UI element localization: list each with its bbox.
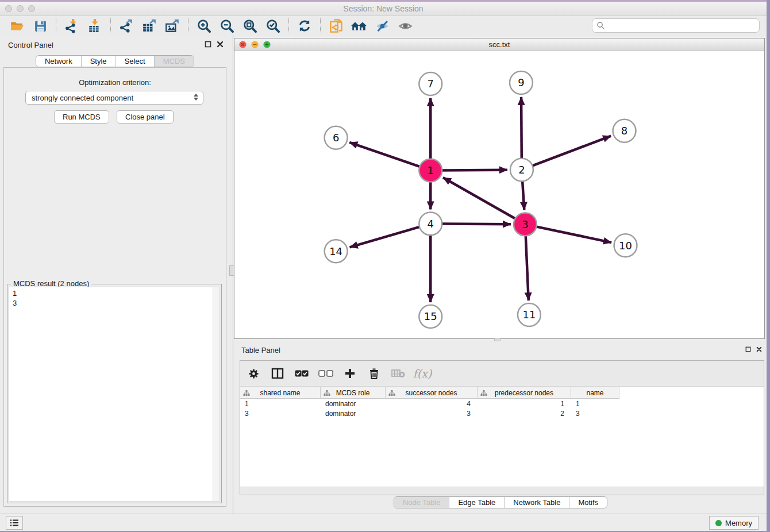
table-cell[interactable]: 3 <box>386 408 478 418</box>
run-mcds-button[interactable]: Run MCDS <box>54 110 109 124</box>
delete-row-button[interactable] <box>367 366 382 381</box>
graph-edge-1-2[interactable] <box>441 170 507 171</box>
result-scrollbar[interactable] <box>213 287 220 501</box>
tab-style[interactable]: Style <box>81 56 116 67</box>
graph-edge-2-9[interactable] <box>521 97 522 160</box>
zoom-out-button[interactable] <box>215 17 238 34</box>
node-label: 14 <box>329 245 342 257</box>
search-box[interactable] <box>592 18 760 33</box>
table-cell[interactable]: 3 <box>571 408 619 418</box>
export-table-button[interactable] <box>138 17 161 34</box>
column-header-MCDS-role[interactable]: MCDS role <box>321 387 386 399</box>
column-header-name[interactable]: name <box>571 387 619 399</box>
tab-motifs[interactable]: Motifs <box>569 497 607 508</box>
table-settings-button[interactable] <box>246 366 261 381</box>
first-neighbors-button[interactable] <box>325 17 348 34</box>
toolbar-separator <box>56 18 56 33</box>
save-session-button[interactable] <box>29 17 52 34</box>
network-canvas[interactable]: 1234678910111415 <box>234 51 764 338</box>
network-zoom-button[interactable] <box>263 41 271 48</box>
show-columns-button[interactable] <box>270 366 285 381</box>
main-toolbar <box>0 16 767 36</box>
close-table-panel-icon[interactable] <box>756 346 762 353</box>
zoom-fit-button[interactable] <box>238 17 261 34</box>
graph-node-6[interactable]: 6 <box>325 126 348 149</box>
delete-table-button[interactable] <box>391 366 406 381</box>
import-network-button[interactable] <box>60 17 83 34</box>
graph-node-10[interactable]: 10 <box>614 234 637 257</box>
graph-node-8[interactable]: 8 <box>613 119 636 142</box>
show-all-button[interactable] <box>394 17 417 34</box>
graph-edge-4-3[interactable] <box>441 223 511 224</box>
graph-edge-1-6[interactable] <box>349 142 421 167</box>
column-header-predecessor-nodes[interactable]: predecessor nodes <box>478 387 571 399</box>
zoom-in-button[interactable] <box>192 17 215 34</box>
graph-node-14[interactable]: 14 <box>325 240 348 263</box>
table-cell[interactable]: dominator <box>321 408 386 418</box>
criterion-dropdown[interactable]: strongly connected component <box>25 91 203 105</box>
network-close-button[interactable] <box>239 41 247 48</box>
add-row-button[interactable] <box>342 366 357 381</box>
horizontal-splitter-handle[interactable] <box>494 338 500 341</box>
export-network-button[interactable] <box>115 17 138 34</box>
graph-edge-4-14[interactable] <box>350 226 421 247</box>
graph-edge-2-8[interactable] <box>532 136 611 167</box>
task-history-button[interactable] <box>6 516 23 530</box>
graph-node-9[interactable]: 9 <box>510 71 533 94</box>
graph-node-15[interactable]: 15 <box>419 305 442 328</box>
network-window-title: scc.txt <box>234 40 764 49</box>
table-cell[interactable]: 1 <box>478 399 571 408</box>
function-builder-button[interactable]: f(x) <box>415 366 430 381</box>
table-cell[interactable]: 2 <box>478 408 571 418</box>
column-label: shared name <box>260 389 300 397</box>
graph-node-1[interactable]: 1 <box>419 159 442 182</box>
graph-node-3[interactable]: 3 <box>514 213 537 236</box>
tab-mcds[interactable]: MCDS <box>154 56 194 67</box>
graph-node-11[interactable]: 11 <box>518 303 541 326</box>
graph-node-2[interactable]: 2 <box>510 159 533 182</box>
window-border-right <box>767 0 770 532</box>
select-all-button[interactable] <box>294 366 309 381</box>
table-cell[interactable]: 4 <box>386 399 478 408</box>
memory-button[interactable]: Memory <box>709 516 759 530</box>
deselect-all-button[interactable] <box>318 366 333 381</box>
tab-select[interactable]: Select <box>116 56 154 67</box>
toolbar-separator <box>320 18 321 33</box>
import-table-button[interactable] <box>83 17 106 34</box>
table-row[interactable]: 3dominator323 <box>240 408 619 418</box>
refresh-styles-button[interactable] <box>293 17 316 34</box>
column-label: successor nodes <box>405 389 457 397</box>
graph-edge-3-10[interactable] <box>535 226 611 242</box>
network-window-titlebar[interactable]: scc.txt <box>234 38 764 51</box>
export-image-button[interactable] <box>161 17 184 34</box>
graph-edge-3-11[interactable] <box>526 234 529 300</box>
open-session-button[interactable] <box>6 17 29 34</box>
tab-node-table[interactable]: Node Table <box>394 497 449 508</box>
graph-node-4[interactable]: 4 <box>419 212 442 235</box>
close-panel-button[interactable]: Close panel <box>117 110 174 124</box>
table-cell[interactable]: 1 <box>240 399 321 408</box>
column-header-shared-name[interactable]: shared name <box>240 387 321 399</box>
mcds-result-area[interactable]: 1 3 <box>9 287 220 502</box>
tab-network-table[interactable]: Network Table <box>504 497 569 508</box>
close-panel-icon[interactable] <box>217 41 224 48</box>
graph-edge-3-1[interactable] <box>443 178 516 219</box>
table-horizontal-scrollbar[interactable] <box>240 487 764 495</box>
zoom-selected-button[interactable] <box>261 17 284 34</box>
table-row[interactable]: 1dominator411 <box>240 399 619 408</box>
hide-selected-button[interactable] <box>371 17 394 34</box>
float-panel-icon[interactable] <box>205 41 211 48</box>
table-cell[interactable]: 1 <box>571 399 619 408</box>
tab-network[interactable]: Network <box>36 56 81 67</box>
home-view-button[interactable] <box>348 17 371 34</box>
tab-edge-table[interactable]: Edge Table <box>449 497 504 508</box>
memory-status-icon <box>715 520 722 526</box>
column-header-successor-nodes[interactable]: successor nodes <box>386 387 478 399</box>
graph-edge-2-3[interactable] <box>522 180 524 210</box>
table-cell[interactable]: dominator <box>321 399 386 408</box>
search-input[interactable] <box>605 20 759 32</box>
float-table-panel-icon[interactable] <box>745 346 751 353</box>
table-cell[interactable]: 3 <box>240 408 321 418</box>
network-minimize-button[interactable] <box>251 41 259 48</box>
graph-node-7[interactable]: 7 <box>419 72 442 95</box>
